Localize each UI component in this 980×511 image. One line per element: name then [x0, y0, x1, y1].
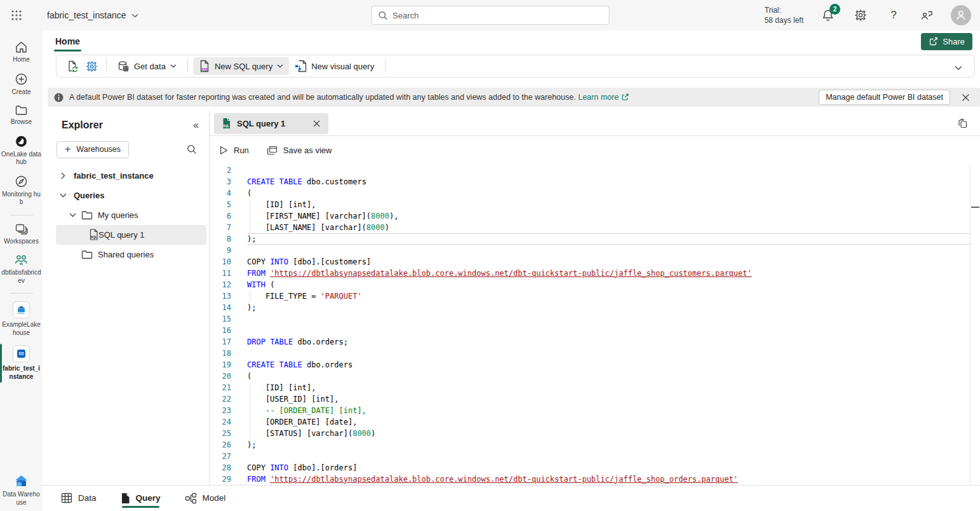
- view-tab-query[interactable]: Query: [121, 486, 161, 511]
- tab-sql-query-1[interactable]: SQL SQL query 1: [214, 113, 328, 134]
- code-line[interactable]: 8);: [210, 233, 970, 245]
- rail-item-fabric-test-instance[interactable]: fabric_test_instance: [0, 341, 43, 385]
- sql-editor[interactable]: 23CREATE TABLE dbo.customers4(5 [ID] [in…: [210, 165, 980, 485]
- add-warehouses-button[interactable]: + Warehouses: [57, 141, 129, 158]
- code-text[interactable]: [STATUS] [varchar](8000): [247, 428, 970, 439]
- code-text[interactable]: [247, 313, 970, 325]
- code-text[interactable]: [247, 245, 970, 256]
- code-line[interactable]: 9: [210, 245, 970, 256]
- workspace-switcher[interactable]: fabric_test_instance: [47, 10, 138, 20]
- run-button[interactable]: Run: [219, 146, 249, 155]
- rail-item-workspaces[interactable]: Workspaces: [0, 219, 43, 250]
- refresh-button[interactable]: [63, 57, 82, 75]
- copy-button[interactable]: [955, 116, 970, 132]
- code-text[interactable]: COPY INTO [dbo].[customers]: [247, 256, 970, 268]
- code-line[interactable]: 7 [LAST_NAME] [varchar](8000): [210, 222, 970, 233]
- settings-button[interactable]: [852, 6, 869, 24]
- rail-item-dbtlabsfabricdev[interactable]: dbtlabsfabricdev: [0, 250, 43, 289]
- view-tab-model[interactable]: Model: [185, 486, 226, 511]
- help-button[interactable]: ?: [885, 6, 903, 24]
- app-launcher-button[interactable]: [0, 0, 33, 31]
- code-text[interactable]: DROP TABLE dbo.orders;: [247, 336, 970, 348]
- code-text[interactable]: FILE_TYPE = 'PARQUET': [247, 290, 970, 302]
- learn-more-link[interactable]: Learn more: [578, 93, 629, 102]
- code-line[interactable]: 16: [210, 325, 970, 336]
- code-text[interactable]: [ID] [int],: [247, 382, 970, 393]
- code-text[interactable]: (: [247, 371, 970, 382]
- code-line[interactable]: 13 FILE_TYPE = 'PARQUET': [210, 290, 970, 302]
- rail-item-data-warehouse[interactable]: Data Warehouse: [0, 470, 43, 511]
- code-line[interactable]: 10COPY INTO [dbo].[customers]: [210, 256, 970, 268]
- code-text[interactable]: [FIRST_NAME] [varchar](8000),: [247, 210, 970, 222]
- code-line[interactable]: 20(: [210, 371, 970, 382]
- code-text[interactable]: );: [247, 439, 970, 451]
- code-line[interactable]: 29FROM 'https://dbtlabsynapsedatalake.bl…: [210, 474, 970, 485]
- code-line[interactable]: 28COPY INTO [dbo].[orders]: [210, 462, 970, 474]
- code-text[interactable]: [LAST_NAME] [varchar](8000): [247, 222, 970, 233]
- code-text[interactable]: WITH (: [247, 279, 970, 290]
- rail-item-browse[interactable]: Browse: [0, 100, 43, 131]
- tree-item-warehouse-root[interactable]: fabric_test_instance: [48, 166, 209, 186]
- code-text[interactable]: );: [247, 302, 970, 313]
- get-data-button[interactable]: Get data: [112, 57, 182, 75]
- avatar[interactable]: [951, 5, 971, 25]
- code-line[interactable]: 2: [210, 165, 970, 176]
- ribbon-collapse-button[interactable]: [949, 59, 968, 77]
- manage-default-dataset-button[interactable]: Manage default Power BI dataset: [819, 90, 950, 105]
- code-text[interactable]: [247, 348, 970, 359]
- code-line[interactable]: 15: [210, 313, 970, 325]
- code-text[interactable]: COPY INTO [dbo].[orders]: [247, 462, 970, 474]
- tab-home[interactable]: Home: [54, 34, 81, 49]
- code-text[interactable]: FROM 'https://dbtlabsynapsedatalake.blob…: [247, 268, 970, 279]
- rail-item-examplelakehouse[interactable]: ExampleLakehouse: [0, 297, 43, 341]
- code-text[interactable]: [247, 165, 970, 176]
- new-visual-query-button[interactable]: New visual query: [289, 57, 380, 75]
- search-input[interactable]: [393, 11, 602, 20]
- code-line[interactable]: 12WITH (: [210, 279, 970, 290]
- code-text[interactable]: FROM 'https://dbtlabsynapsedatalake.blob…: [247, 474, 970, 485]
- code-line[interactable]: 23 -- [ORDER_DATE] [int],: [210, 405, 970, 416]
- code-line[interactable]: 24 [ORDER_DATE] [date],: [210, 416, 970, 428]
- code-text[interactable]: -- [ORDER_DATE] [int],: [247, 405, 970, 416]
- code-text[interactable]: CREATE TABLE dbo.orders: [247, 359, 970, 371]
- rail-item-onelake-data-hub[interactable]: OneLake data hub: [0, 131, 43, 171]
- code-text[interactable]: [ID] [int],: [247, 199, 970, 210]
- save-as-view-button[interactable]: Save as view: [267, 146, 332, 155]
- code-text[interactable]: [USER_ID] [int],: [247, 393, 970, 405]
- rail-item-monitoring-hub[interactable]: Monitoring hub: [0, 171, 43, 211]
- tree-item-sql-query-1[interactable]: SQL SQL query 1: [56, 225, 206, 245]
- code-line[interactable]: 5 [ID] [int],: [210, 199, 970, 210]
- banner-close-button[interactable]: [956, 90, 975, 105]
- code-line[interactable]: 17DROP TABLE dbo.orders;: [210, 336, 970, 348]
- tree-item-my-queries[interactable]: My queries: [48, 205, 209, 225]
- code-line[interactable]: 11FROM 'https://dbtlabsynapsedatalake.bl…: [210, 268, 970, 279]
- code-line[interactable]: 3CREATE TABLE dbo.customers: [210, 176, 970, 187]
- tree-item-shared-queries[interactable]: Shared queries: [48, 245, 209, 264]
- notifications-button[interactable]: 2: [819, 6, 836, 24]
- tree-item-queries[interactable]: Queries: [48, 186, 209, 205]
- code-line[interactable]: 4(: [210, 187, 970, 199]
- explorer-search-button[interactable]: [184, 141, 200, 158]
- query-settings-button[interactable]: [82, 57, 101, 75]
- code-line[interactable]: 19CREATE TABLE dbo.orders: [210, 359, 970, 371]
- code-text[interactable]: );: [247, 233, 970, 245]
- close-tab-button[interactable]: [309, 116, 323, 130]
- code-line[interactable]: 21 [ID] [int],: [210, 382, 970, 393]
- rail-item-create[interactable]: Create: [0, 69, 43, 101]
- code-line[interactable]: 14);: [210, 302, 970, 313]
- code-line[interactable]: 6 [FIRST_NAME] [varchar](8000),: [210, 210, 970, 222]
- new-sql-query-button[interactable]: SQL New SQL query: [193, 57, 289, 75]
- code-text[interactable]: (: [247, 187, 970, 199]
- code-text[interactable]: [247, 451, 970, 462]
- collapse-panel-icon[interactable]: «: [193, 119, 199, 131]
- code-text[interactable]: [ORDER_DATE] [date],: [247, 416, 970, 428]
- feedback-button[interactable]: [918, 6, 936, 24]
- code-line[interactable]: 25 [STATUS] [varchar](8000): [210, 428, 970, 439]
- code-line[interactable]: 26);: [210, 439, 970, 451]
- view-tab-data[interactable]: Data: [61, 486, 97, 511]
- code-line[interactable]: 27: [210, 451, 970, 462]
- code-text[interactable]: CREATE TABLE dbo.customers: [247, 176, 970, 187]
- rail-item-home[interactable]: Home: [0, 37, 43, 69]
- share-button[interactable]: Share: [921, 33, 972, 50]
- code-text[interactable]: [247, 325, 970, 336]
